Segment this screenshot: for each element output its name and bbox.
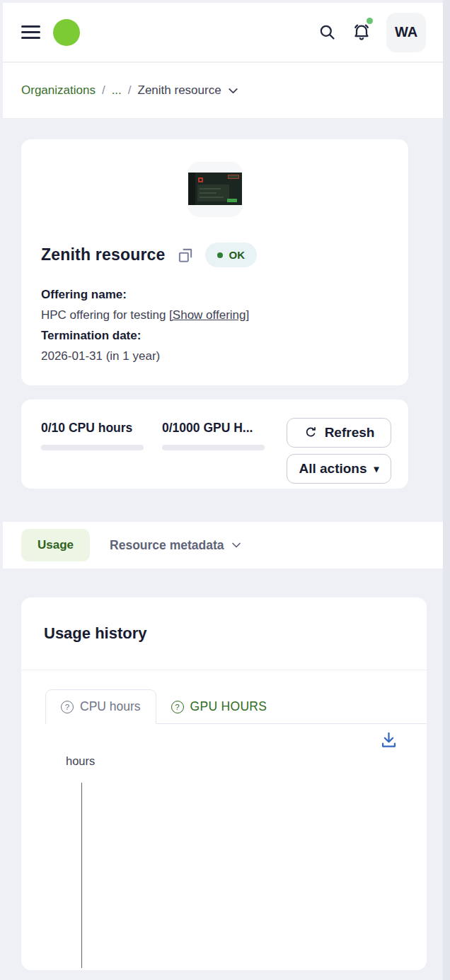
refresh-button[interactable]: Refresh bbox=[287, 418, 391, 448]
breadcrumb-separator: / bbox=[102, 83, 105, 98]
tab-usage[interactable]: Usage bbox=[21, 529, 90, 561]
tab-gpu-hours[interactable]: ? GPU HOURS bbox=[156, 690, 282, 723]
brand-logo[interactable] bbox=[53, 19, 80, 46]
tab-gpu-hours-label: GPU HOURS bbox=[190, 699, 267, 714]
show-offering-link[interactable]: [Show offering] bbox=[169, 308, 249, 322]
breadcrumb-current[interactable]: Zenith resource bbox=[138, 83, 239, 98]
usage-history-tabs: ? CPU hours ? GPU HOURS bbox=[45, 689, 427, 724]
breadcrumb-organizations[interactable]: Organizations bbox=[21, 83, 96, 98]
refresh-label: Refresh bbox=[325, 425, 375, 441]
breadcrumb-ellipsis[interactable]: ... bbox=[112, 83, 122, 98]
page-tabs-bar: Usage Resource metadata bbox=[3, 522, 443, 568]
quota-cpu-hours: 0/10 CPU hours bbox=[41, 418, 144, 489]
notifications-bell-icon[interactable] bbox=[351, 22, 372, 43]
tab-resource-metadata-label: Resource metadata bbox=[110, 538, 224, 553]
resource-actions: Refresh All actions ▾ bbox=[287, 418, 391, 489]
resource-summary-card: Zenith resource OK Offering name: HPC of… bbox=[21, 139, 408, 385]
help-circle-icon: ? bbox=[61, 701, 74, 713]
notification-dot bbox=[367, 18, 373, 24]
tab-cpu-hours[interactable]: ? CPU hours bbox=[45, 689, 156, 724]
top-header: WA bbox=[3, 3, 443, 62]
quota-cpu-label: 0/10 CPU hours bbox=[41, 421, 144, 436]
quota-gpu-hours: 0/1000 GPU H... bbox=[162, 418, 265, 489]
quota-gpu-progressbar bbox=[162, 445, 265, 450]
breadcrumb-separator: / bbox=[128, 83, 132, 98]
app-page: WA Organizations / ... / Zenith resource bbox=[0, 0, 450, 980]
resource-title: Zenith resource bbox=[41, 245, 166, 264]
header-actions: WA bbox=[318, 13, 426, 52]
quota-gpu-label: 0/1000 GPU H... bbox=[162, 421, 265, 436]
breadcrumb-current-label: Zenith resource bbox=[138, 83, 221, 98]
chevron-down-icon bbox=[227, 85, 239, 97]
chart-toolbar bbox=[21, 724, 427, 749]
termination-date-value: 2026-01-31 (in 1 year) bbox=[41, 346, 388, 366]
tab-cpu-hours-label: CPU hours bbox=[80, 699, 141, 714]
usage-history-title: Usage history bbox=[44, 624, 147, 643]
search-icon[interactable] bbox=[318, 23, 337, 42]
resource-thumbnail bbox=[188, 162, 242, 216]
refresh-icon bbox=[304, 426, 318, 440]
all-actions-label: All actions bbox=[299, 461, 367, 477]
help-circle-icon: ? bbox=[171, 701, 184, 713]
status-label: OK bbox=[229, 249, 246, 261]
download-chart-icon[interactable] bbox=[379, 730, 398, 749]
page-right-edge bbox=[443, 0, 450, 980]
status-dot-icon bbox=[217, 252, 223, 258]
all-actions-button[interactable]: All actions ▾ bbox=[287, 454, 391, 484]
caret-down-icon: ▾ bbox=[374, 464, 379, 474]
resource-title-row: Zenith resource OK bbox=[41, 243, 388, 267]
hamburger-menu-icon[interactable] bbox=[21, 25, 40, 39]
chart-y-axis-line bbox=[81, 783, 82, 968]
quotas-actions-card: 0/10 CPU hours 0/1000 GPU H... Refresh A… bbox=[21, 399, 408, 489]
quota-cpu-progressbar bbox=[41, 445, 144, 450]
tab-resource-metadata[interactable]: Resource metadata bbox=[110, 538, 241, 553]
usage-history-card: Usage history ? CPU hours ? GPU HOURS ho… bbox=[21, 597, 427, 970]
termination-date-label: Termination date: bbox=[41, 325, 388, 346]
usage-history-header: Usage history bbox=[21, 597, 427, 670]
status-badge: OK bbox=[205, 243, 258, 267]
copy-icon[interactable] bbox=[176, 246, 195, 264]
resource-thumbnail-image bbox=[188, 173, 242, 205]
offering-name-value: HPC offering for testing [Show offering] bbox=[41, 305, 388, 325]
breadcrumb: Organizations / ... / Zenith resource bbox=[3, 63, 443, 119]
chart-y-axis-label: hours bbox=[66, 754, 427, 768]
user-avatar[interactable]: WA bbox=[386, 13, 426, 52]
chevron-down-icon bbox=[231, 539, 242, 551]
resource-info: Offering name: HPC offering for testing … bbox=[41, 284, 388, 366]
offering-name-label: Offering name: bbox=[41, 284, 388, 305]
